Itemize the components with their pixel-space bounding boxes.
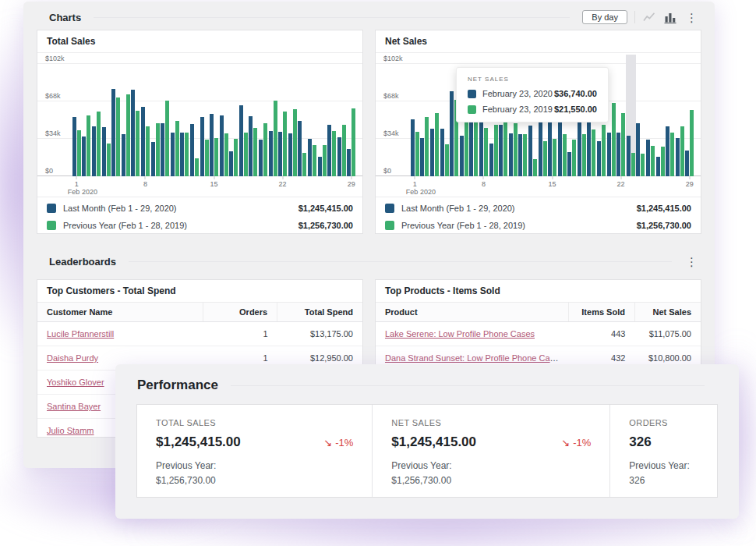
- bar-group-day-26[interactable]: [655, 55, 666, 176]
- bar-group-day-27[interactable]: [665, 55, 675, 176]
- bar-group-day-24[interactable]: [298, 55, 308, 176]
- bar-group-day-2[interactable]: [82, 55, 92, 176]
- bar-group-day-10[interactable]: [160, 55, 170, 176]
- bar-group-day-1[interactable]: [410, 55, 420, 176]
- bar-group-day-16[interactable]: [219, 55, 229, 176]
- net-sales-chart[interactable]: $0$34k$68k$102k 18152229Feb 2020 NET SAL…: [376, 55, 701, 197]
- interval-select[interactable]: By day: [582, 10, 627, 24]
- bar-group-day-9[interactable]: [150, 55, 161, 176]
- bar-group-day-25[interactable]: [307, 55, 317, 176]
- legend-last-month[interactable]: Last Month (Feb 1 - 29, 2020) $1,245,415…: [376, 200, 701, 217]
- bar-group-day-12[interactable]: [180, 55, 190, 176]
- total-sales-chart[interactable]: $0$34k$68k$102k 18152229Feb 2020: [37, 55, 362, 197]
- bar-previous-period: [293, 109, 297, 176]
- bar-group-day-29[interactable]: [685, 55, 695, 176]
- bar-previous-period: [234, 139, 238, 176]
- bar-group-day-17[interactable]: [229, 55, 239, 176]
- bar-group-day-20[interactable]: [258, 55, 268, 176]
- bar-group-day-23[interactable]: [626, 55, 636, 176]
- bar-group-day-24[interactable]: [636, 55, 646, 176]
- charts-menu-icon[interactable]: ⋮: [684, 12, 699, 23]
- bar-previous-period: [332, 131, 336, 176]
- legend-label: Previous Year (Feb 1 - 28, 2019): [63, 221, 187, 230]
- column-header-net-sales[interactable]: Net Sales: [634, 303, 701, 322]
- bar-group-day-22[interactable]: [616, 55, 626, 176]
- bar-previous-period: [97, 112, 101, 176]
- bar-previous-period: [244, 133, 248, 176]
- bar-group-day-26[interactable]: [317, 55, 327, 176]
- bar-current-period: [72, 117, 76, 176]
- bar-group-day-8[interactable]: [140, 55, 150, 176]
- bar-group-day-2[interactable]: [420, 55, 430, 176]
- axis-tick: [620, 176, 621, 179]
- bar-group-day-23[interactable]: [288, 55, 298, 176]
- row-link-lake-serene-low-profile-phone-cases[interactable]: Lake Serene: Low Profile Phone Cases: [385, 329, 535, 339]
- row-link-dana-strand-sunset-low-profile-phone-cases[interactable]: Dana Strand Sunset: Low Profile Phone Ca…: [385, 353, 563, 363]
- bar-current-period: [82, 136, 86, 176]
- bar-previous-period: [126, 94, 130, 176]
- bar-group-day-4[interactable]: [101, 55, 111, 176]
- bar-group-day-18[interactable]: [238, 55, 249, 176]
- row-link-yoshiko-glover[interactable]: Yoshiko Glover: [47, 378, 104, 387]
- bar-group-day-14[interactable]: [200, 55, 210, 176]
- bar-group-day-3[interactable]: [91, 55, 101, 176]
- bar-previous-period: [592, 129, 595, 176]
- bar-current-period: [450, 91, 454, 176]
- stat-net-sales: NET SALES$1,245,415.00↘-1%Previous Year:…: [372, 405, 609, 497]
- legend-last-month[interactable]: Last Month (Feb 1 - 29, 2020) $1,245,415…: [37, 200, 362, 217]
- bar-group-day-21[interactable]: [268, 55, 278, 176]
- row-link-julio-stamm[interactable]: Julio Stamm: [47, 426, 94, 435]
- bar-current-period: [646, 140, 650, 176]
- bar-group-day-4[interactable]: [440, 55, 450, 176]
- bar-group-day-25[interactable]: [645, 55, 655, 176]
- line-chart-toggle-icon[interactable]: [642, 10, 656, 24]
- bar-group-day-3[interactable]: [429, 55, 440, 176]
- bar-group-day-19[interactable]: [249, 55, 259, 176]
- row-name-cell: Lucile Pfannerstill: [37, 322, 203, 346]
- bar-previous-period: [185, 133, 189, 176]
- bar-previous-period: [563, 134, 567, 176]
- bar-group-day-5[interactable]: [111, 55, 121, 176]
- bar-group-day-11[interactable]: [170, 55, 180, 176]
- column-header-product[interactable]: Product: [376, 303, 568, 322]
- bar-group-day-28[interactable]: [337, 55, 347, 176]
- bar-group-day-22[interactable]: [277, 55, 288, 176]
- stat-label: NET SALES: [391, 418, 591, 427]
- bar-group-day-6[interactable]: [121, 55, 131, 176]
- bar-current-period: [161, 123, 164, 176]
- row-value-cell: 1: [203, 322, 277, 346]
- bar-previous-period: [224, 133, 228, 176]
- column-header-items-sold[interactable]: Items Sold: [568, 303, 634, 322]
- column-header-customer-name[interactable]: Customer Name: [37, 303, 203, 322]
- bar-current-period: [308, 139, 312, 176]
- row-link-santina-bayer[interactable]: Santina Bayer: [47, 402, 101, 411]
- column-header-orders[interactable]: Orders: [203, 303, 277, 322]
- legend-previous-year[interactable]: Previous Year (Feb 1 - 28, 2019) $1,256,…: [376, 217, 701, 234]
- leaderboards-menu-icon[interactable]: ⋮: [684, 256, 699, 268]
- column-header-total-spend[interactable]: Total Spend: [277, 303, 362, 322]
- bar-group-day-29[interactable]: [347, 55, 357, 176]
- row-link-daisha-purdy[interactable]: Daisha Purdy: [47, 353, 98, 363]
- trend-down-arrow-icon: ↘: [323, 437, 332, 448]
- top-products-title: Top Products - Items Sold: [376, 280, 701, 303]
- bar-chart-toggle-icon[interactable]: [663, 10, 677, 24]
- bar-group-day-27[interactable]: [327, 55, 337, 176]
- bar-previous-period: [302, 153, 306, 176]
- trend-down-arrow-icon: ↘: [561, 437, 570, 448]
- bar-previous-period: [274, 101, 277, 176]
- legend-previous-year[interactable]: Previous Year (Feb 1 - 28, 2019) $1,256,…: [37, 217, 362, 234]
- stat-delta-value: -1%: [335, 437, 353, 448]
- tooltip-title: NET SALES: [468, 76, 597, 83]
- charts-section-header: Charts By day ⋮: [23, 2, 715, 28]
- bar-previous-period: [87, 115, 90, 176]
- bar-previous-period: [651, 146, 655, 176]
- bar-group-day-13[interactable]: [189, 55, 200, 176]
- bar-group-day-1[interactable]: [72, 55, 82, 176]
- bar-group-day-15[interactable]: [209, 55, 219, 176]
- row-link-lucile-pfannerstill[interactable]: Lucile Pfannerstill: [47, 329, 114, 339]
- y-axis-label: $34k: [383, 129, 399, 137]
- bar-group-day-7[interactable]: [131, 55, 141, 176]
- bar-current-period: [587, 118, 591, 176]
- row-name-cell: Lake Serene: Low Profile Phone Cases: [376, 322, 568, 346]
- bar-group-day-28[interactable]: [675, 55, 685, 176]
